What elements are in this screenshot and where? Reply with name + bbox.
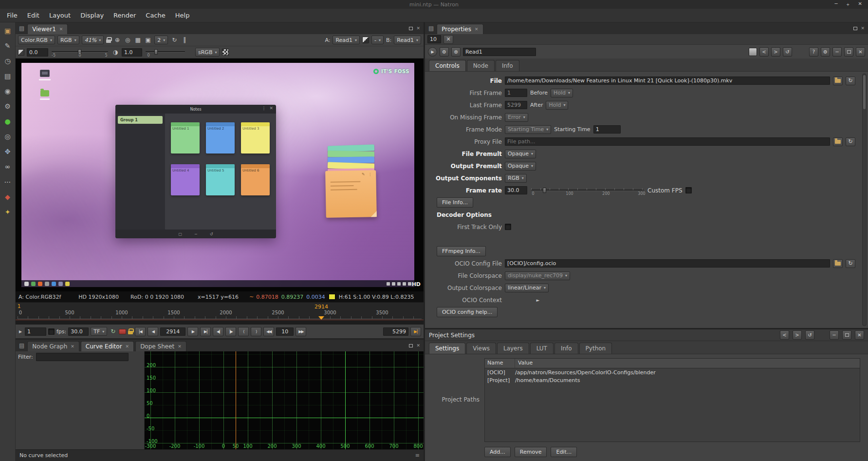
timeline[interactable]: 1 2914 0 500 1000 1500 2000 2500 3000 35… xyxy=(16,302,424,325)
curve-grid[interactable]: 200 150 100 50 0 -50 -100 -300 -200 -100… xyxy=(145,351,424,449)
panel-settings-button[interactable]: ⚙ xyxy=(821,47,830,57)
file-reload-button[interactable]: ↻ xyxy=(846,77,855,85)
current-frame-input[interactable] xyxy=(160,327,185,336)
previous-keyframe-button[interactable]: ⟨ xyxy=(238,327,249,336)
next-frame-button[interactable]: |▶ xyxy=(225,327,236,336)
tab-properties[interactable]: Properties ✕ xyxy=(437,24,483,34)
minimize-panel-button[interactable]: ─ xyxy=(830,330,839,340)
gain-slider[interactable]: -5 0 5 xyxy=(51,47,109,58)
file-browse-button[interactable] xyxy=(833,77,843,85)
tab-info[interactable]: Info xyxy=(496,60,519,71)
tool-extra-icon[interactable]: ✦ xyxy=(2,207,13,217)
proxy-file-input[interactable] xyxy=(505,137,830,146)
custom-fps-checkbox[interactable] xyxy=(685,187,692,193)
tab-views[interactable]: Views xyxy=(466,343,496,354)
next-increment-button[interactable]: ▶▶ xyxy=(295,327,306,336)
add-path-button[interactable]: Add... xyxy=(484,447,511,457)
menu-cache[interactable]: Cache xyxy=(141,9,170,22)
table-row[interactable]: [OCIO] /app/natron/Resources/OpenColorIO… xyxy=(485,369,860,377)
window-maximize-button[interactable]: ＋ xyxy=(846,1,850,8)
sync-lock-icon[interactable] xyxy=(106,39,111,43)
tool-views-icon[interactable]: ∞ xyxy=(2,161,13,172)
output-components-combo[interactable]: RGB xyxy=(505,174,527,183)
pane-menu-icon[interactable]: ▤ xyxy=(19,342,24,349)
redo-button[interactable]: > xyxy=(771,47,780,57)
tab-lut[interactable]: LUT xyxy=(530,343,554,354)
tool-keyer-icon[interactable]: ● xyxy=(2,116,13,127)
redo-button[interactable]: > xyxy=(793,330,802,340)
previous-frame-button[interactable]: ◀| xyxy=(213,327,223,336)
float-pane-button[interactable] xyxy=(853,26,857,31)
ffmpeg-info-button[interactable]: FFmpeg Info... xyxy=(437,246,486,256)
in-point-checkbox[interactable] xyxy=(48,328,55,335)
missing-frame-combo[interactable]: Error xyxy=(505,113,528,122)
tab-dope-sheet[interactable]: Dope Sheet ✕ xyxy=(135,341,186,351)
menu-help[interactable]: Help xyxy=(170,9,195,22)
filter-input[interactable] xyxy=(36,353,129,361)
float-pane-button[interactable] xyxy=(409,343,413,348)
frame-rate-handle[interactable] xyxy=(543,188,546,193)
fps-input[interactable] xyxy=(68,327,89,336)
ocio-help-button[interactable]: OCIO config help... xyxy=(437,307,498,317)
grip-icon[interactable]: ≡ xyxy=(415,452,420,459)
ocio-config-input[interactable] xyxy=(505,259,830,268)
tool-transform-icon[interactable]: ✥ xyxy=(2,146,13,157)
goto-end-button[interactable]: ▶| xyxy=(410,327,421,336)
out-frame-input[interactable] xyxy=(383,327,408,336)
tool-filter-icon[interactable]: ⚙ xyxy=(2,101,13,112)
file-info-button[interactable]: File Info... xyxy=(437,197,473,208)
tab-python[interactable]: Python xyxy=(579,343,612,354)
close-panel-button[interactable]: ✕ xyxy=(856,47,865,57)
tool-other-icon[interactable]: ⋯ xyxy=(2,176,13,187)
float-panel-button[interactable] xyxy=(844,47,853,57)
timeline-ruler[interactable] xyxy=(18,316,422,319)
tab-controls[interactable]: Controls xyxy=(429,60,466,71)
contrast-icon[interactable]: ◑ xyxy=(111,49,119,56)
close-panel-button[interactable]: ✕ xyxy=(855,330,864,340)
first-track-checkbox[interactable] xyxy=(505,224,511,230)
ocio-reload-button[interactable]: ↻ xyxy=(846,259,855,268)
display-channels-combo[interactable]: RGB xyxy=(57,36,79,44)
frame-rate-input[interactable] xyxy=(505,186,527,194)
tab-node-graph[interactable]: Node Graph ✕ xyxy=(27,341,79,351)
file-path-input[interactable] xyxy=(505,77,830,85)
tab-node[interactable]: Node xyxy=(467,60,495,71)
pause-icon[interactable]: ‖ xyxy=(181,37,188,43)
tool-draw-icon[interactable]: ✎ xyxy=(2,40,13,51)
help-button[interactable]: ? xyxy=(809,47,818,57)
tab-viewer1[interactable]: Viewer1 ✕ xyxy=(27,24,68,34)
next-keyframe-button[interactable]: ⟩ xyxy=(251,327,261,336)
menu-file[interactable]: File xyxy=(2,9,22,22)
expander-icon[interactable]: ► xyxy=(534,298,542,303)
tool-time-icon[interactable]: ◷ xyxy=(2,56,13,66)
timeformat-combo[interactable]: TF xyxy=(91,327,107,336)
tab-info[interactable]: Info xyxy=(554,343,578,354)
ocio-browse-button[interactable] xyxy=(833,259,843,268)
menu-layout[interactable]: Layout xyxy=(44,9,75,22)
checkerboard-icon[interactable] xyxy=(222,49,229,56)
gamma-slider[interactable]: 0 xyxy=(145,47,186,58)
tool-merge-icon[interactable]: ◎ xyxy=(2,131,13,142)
crosshair-icon[interactable]: ◎ xyxy=(124,37,131,43)
output-premult-combo[interactable]: Opaque xyxy=(505,162,536,171)
table-row[interactable]: [Project] /home/team/Documents xyxy=(485,377,860,384)
close-icon[interactable]: ✕ xyxy=(178,344,182,349)
layer-combo[interactable]: Color.RGB xyxy=(18,36,55,44)
wipe-operator-icon[interactable] xyxy=(362,37,369,43)
tool-image-icon[interactable]: ▣ xyxy=(2,25,13,36)
tab-layers[interactable]: Layers xyxy=(497,343,529,354)
float-panel-button[interactable] xyxy=(842,330,851,340)
node-gear-button[interactable]: ⚙ xyxy=(440,47,449,57)
tool-gmic-icon[interactable]: ◆ xyxy=(2,192,13,202)
starting-time-input[interactable] xyxy=(593,125,621,134)
max-panels-input[interactable] xyxy=(427,35,441,43)
tool-color-icon[interactable]: ◉ xyxy=(2,86,13,96)
clear-panels-button[interactable]: ✕ xyxy=(443,35,453,44)
refresh-icon[interactable]: ↻ xyxy=(170,37,178,43)
file-colorspace-combo[interactable]: display/nuke_rec709 xyxy=(505,271,570,280)
proxy-reload-button[interactable]: ↻ xyxy=(846,137,855,146)
viewer-colorspace-combo[interactable]: sRGB xyxy=(195,48,220,57)
output-colorspace-combo[interactable]: linear/Linear xyxy=(505,284,549,292)
project-paths-table[interactable]: Name Value [OCIO] /app/natron/Resources/… xyxy=(484,358,860,442)
window-minimize-button[interactable]: ─ xyxy=(835,1,838,8)
